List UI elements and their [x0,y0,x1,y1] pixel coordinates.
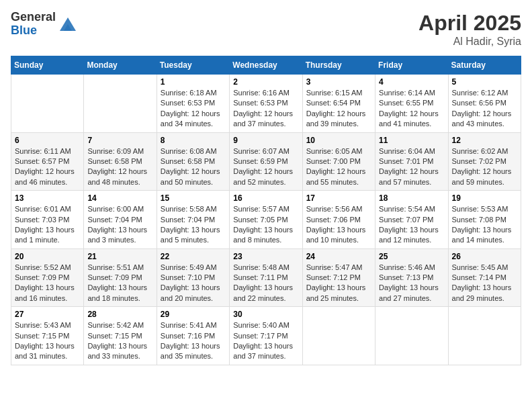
day-number: 23 [233,252,298,261]
day-number: 16 [233,193,298,203]
weekday-header-friday: Friday [375,56,448,75]
calendar-cell: 30Sunrise: 5:40 AMSunset: 7:17 PMDayligh… [230,307,302,365]
day-number: 11 [379,136,444,145]
cell-text: Sunrise: 6:15 AM [306,88,371,98]
day-number: 27 [15,310,80,319]
cell-text: Sunrise: 5:49 AM [161,263,226,273]
day-number: 20 [15,252,80,261]
cell-text: Sunrise: 6:16 AM [233,88,298,98]
cell-text: Daylight: 13 hours and 27 minutes. [379,283,444,304]
month-year-title: April 2025 [418,11,521,36]
logo-blue-text: Blue [11,24,56,38]
cell-text: Sunset: 6:58 PM [161,156,226,167]
cell-text: Daylight: 12 hours and 39 minutes. [306,109,371,130]
calendar-cell [84,75,157,133]
cell-text: Sunrise: 5:40 AM [233,320,298,330]
cell-text: Sunset: 7:16 PM [161,331,226,341]
cell-text: Sunrise: 6:02 AM [452,146,517,156]
cell-text: Sunset: 6:58 PM [87,156,152,167]
day-number: 15 [161,193,226,203]
logo-general-text: General [11,11,56,24]
day-number: 12 [452,136,517,145]
calendar-cell: 23Sunrise: 5:48 AMSunset: 7:11 PMDayligh… [230,248,302,307]
cell-text: Daylight: 13 hours and 1 minute. [15,225,80,246]
calendar-cell: 16Sunrise: 5:57 AMSunset: 7:05 PMDayligh… [230,191,302,249]
cell-text: Sunrise: 5:47 AM [306,263,371,273]
calendar-cell: 2Sunrise: 6:16 AMSunset: 6:53 PMDaylight… [230,75,302,133]
weekday-header-saturday: Saturday [448,56,521,75]
day-number: 14 [87,193,152,203]
cell-text: Daylight: 13 hours and 31 minutes. [15,341,80,362]
day-number: 25 [379,252,444,261]
cell-text: Daylight: 13 hours and 35 minutes. [161,341,226,362]
calendar-week-row: 1Sunrise: 6:18 AMSunset: 6:53 PMDaylight… [11,75,521,133]
calendar-week-row: 13Sunrise: 6:01 AMSunset: 7:03 PMDayligh… [11,191,521,249]
day-number: 2 [233,77,298,87]
cell-text: Sunset: 7:09 PM [15,273,80,283]
calendar-cell: 27Sunrise: 5:43 AMSunset: 7:15 PMDayligh… [11,307,84,365]
cell-text: Daylight: 13 hours and 25 minutes. [306,283,371,304]
cell-text: Sunrise: 6:07 AM [233,146,298,156]
calendar-week-row: 27Sunrise: 5:43 AMSunset: 7:15 PMDayligh… [11,307,521,365]
cell-text: Sunrise: 5:53 AM [452,204,517,214]
cell-text: Daylight: 12 hours and 46 minutes. [15,167,80,187]
cell-text: Sunrise: 5:52 AM [15,263,80,273]
calendar-cell [11,75,84,133]
cell-text: Sunset: 7:01 PM [379,156,444,167]
calendar-cell: 6Sunrise: 6:11 AMSunset: 6:57 PMDaylight… [11,132,84,191]
calendar-cell: 14Sunrise: 6:00 AMSunset: 7:04 PMDayligh… [84,191,157,249]
cell-text: Daylight: 13 hours and 29 minutes. [452,283,517,304]
cell-text: Sunrise: 5:41 AM [161,320,226,330]
cell-text: Daylight: 13 hours and 16 minutes. [15,283,80,304]
calendar-cell: 25Sunrise: 5:46 AMSunset: 7:13 PMDayligh… [375,248,448,307]
cell-text: Sunrise: 5:45 AM [452,263,517,273]
weekday-header-wednesday: Wednesday [230,56,302,75]
cell-text: Sunrise: 5:57 AM [233,204,298,214]
day-number: 8 [161,136,226,145]
cell-text: Sunset: 7:14 PM [452,273,517,283]
cell-text: Daylight: 13 hours and 14 minutes. [452,225,517,246]
weekday-header-tuesday: Tuesday [157,56,229,75]
cell-text: Sunset: 6:57 PM [15,156,80,167]
calendar-cell: 17Sunrise: 5:56 AMSunset: 7:06 PMDayligh… [302,191,375,249]
cell-text: Daylight: 12 hours and 43 minutes. [452,109,517,130]
cell-text: Sunrise: 6:01 AM [15,204,80,214]
cell-text: Daylight: 12 hours and 55 minutes. [306,167,371,187]
cell-text: Sunset: 7:02 PM [452,156,517,167]
calendar-cell: 9Sunrise: 6:07 AMSunset: 6:59 PMDaylight… [230,132,302,191]
day-number: 6 [15,136,80,145]
calendar-cell: 7Sunrise: 6:09 AMSunset: 6:58 PMDaylight… [84,132,157,191]
calendar-cell: 24Sunrise: 5:47 AMSunset: 7:12 PMDayligh… [302,248,375,307]
cell-text: Sunrise: 6:05 AM [306,146,371,156]
cell-text: Sunset: 6:55 PM [379,98,444,108]
cell-text: Sunset: 6:54 PM [306,98,371,108]
cell-text: Daylight: 12 hours and 41 minutes. [379,109,444,130]
cell-text: Sunrise: 6:12 AM [452,88,517,98]
cell-text: Sunset: 6:56 PM [452,98,517,108]
day-number: 13 [15,193,80,203]
cell-text: Sunrise: 5:48 AM [233,263,298,273]
calendar-cell: 4Sunrise: 6:14 AMSunset: 6:55 PMDaylight… [375,75,448,133]
cell-text: Sunset: 7:08 PM [452,215,517,225]
cell-text: Sunset: 7:17 PM [233,331,298,341]
calendar-cell: 13Sunrise: 6:01 AMSunset: 7:03 PMDayligh… [11,191,84,249]
day-number: 29 [161,310,226,319]
calendar-cell: 26Sunrise: 5:45 AMSunset: 7:14 PMDayligh… [448,248,521,307]
cell-text: Daylight: 13 hours and 37 minutes. [233,341,298,362]
cell-text: Daylight: 13 hours and 3 minutes. [87,225,152,246]
cell-text: Sunrise: 6:14 AM [379,88,444,98]
cell-text: Daylight: 12 hours and 50 minutes. [161,167,226,187]
title-block: April 2025 Al Hadir, Syria [418,11,521,48]
cell-text: Sunset: 7:11 PM [233,273,298,283]
day-number: 10 [306,136,371,145]
cell-text: Sunrise: 5:46 AM [379,263,444,273]
day-number: 21 [87,252,152,261]
cell-text: Sunset: 7:04 PM [87,215,152,225]
calendar-cell: 5Sunrise: 6:12 AMSunset: 6:56 PMDaylight… [448,75,521,133]
cell-text: Sunset: 7:00 PM [306,156,371,167]
calendar-cell: 20Sunrise: 5:52 AMSunset: 7:09 PMDayligh… [11,248,84,307]
cell-text: Daylight: 12 hours and 52 minutes. [233,167,298,187]
cell-text: Daylight: 13 hours and 33 minutes. [87,341,152,362]
calendar-cell: 15Sunrise: 5:58 AMSunset: 7:04 PMDayligh… [157,191,229,249]
day-number: 19 [452,193,517,203]
